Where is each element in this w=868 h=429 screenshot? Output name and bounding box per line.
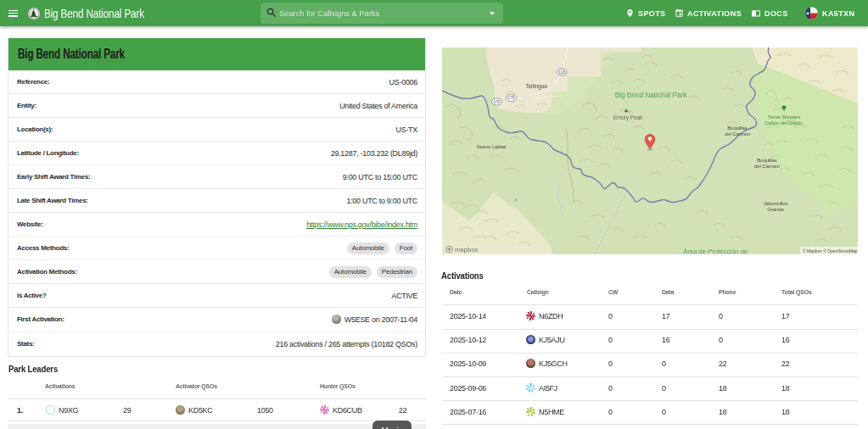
svg-text:Emory Peak: Emory Peak bbox=[613, 114, 643, 121]
svg-text:Big Bend National Park: Big Bend National Park bbox=[615, 91, 687, 99]
svg-text:Boquillas: Boquillas bbox=[727, 125, 748, 131]
svg-text:del Carmen: del Carmen bbox=[754, 164, 780, 169]
svg-text:170: 170 bbox=[507, 96, 514, 100]
svg-text:© Mapbox © OpenStreetMap: © Mapbox © OpenStreetMap bbox=[803, 248, 858, 254]
svg-text:Grande: Grande bbox=[767, 207, 784, 212]
svg-text:Boquillas: Boquillas bbox=[757, 158, 777, 163]
svg-text:118: 118 bbox=[558, 70, 565, 75]
svg-text:Cañón del Diablo.: Cañón del Diablo. bbox=[764, 120, 804, 125]
svg-text:170: 170 bbox=[493, 100, 500, 104]
svg-text:del Carmen: del Carmen bbox=[725, 131, 750, 136]
svg-text:Terlingua: Terlingua bbox=[525, 83, 547, 90]
svg-text:mapbox: mapbox bbox=[455, 246, 479, 254]
svg-text:Tierra Silvestre: Tierra Silvestre bbox=[768, 114, 801, 120]
svg-text:Nuevo Lajitas: Nuevo Lajitas bbox=[476, 144, 506, 149]
svg-text:Jaboncillos: Jaboncillos bbox=[764, 201, 788, 206]
svg-text:Área de Protección de: Área de Protección de bbox=[683, 248, 748, 255]
